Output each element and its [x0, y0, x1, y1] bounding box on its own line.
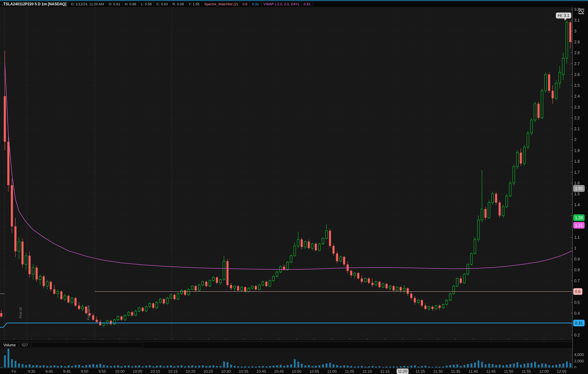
time-label-1040: 10:40 [256, 369, 266, 374]
price-tick-label: 1.8 [574, 159, 580, 164]
time-tick-mark [279, 367, 279, 368]
time-tick-mark [14, 367, 14, 368]
time-tick-mark [509, 367, 509, 368]
time-label-1150: 11:50 [504, 369, 513, 374]
volume-value: 527 [19, 343, 31, 347]
price-tick-label: 0.5 [574, 300, 580, 305]
volume-chart-canvas[interactable] [0, 348, 572, 368]
time-tick-mark [456, 367, 456, 368]
chart-header-bar: .TSLA240112P220 5 D 1m [NASDAQ] D: 1/12/… [0, 1, 588, 7]
wave-pattern-icon[interactable] [578, 9, 585, 14]
price-chart-canvas[interactable] [0, 7, 572, 340]
header-field-date: D: 1/12/24, 11:20 AM [69, 1, 106, 7]
price-tick-mark [571, 150, 572, 151]
time-tick-mark [49, 367, 50, 368]
time-tick-mark [562, 367, 562, 368]
time-tick-mark [84, 367, 85, 368]
header-field-yclose: Y: 1.55 [186, 1, 202, 7]
price-tick-mark [571, 281, 572, 281]
price-tick-label: 0.8 [574, 268, 580, 272]
first-15-marker-label: First 15 [19, 307, 22, 318]
time-label-1005: 10:05 [133, 369, 142, 374]
price-tick-mark [571, 215, 572, 216]
time-tick-mark [243, 367, 244, 368]
time-tick-mark [208, 367, 209, 368]
price-tick-mark [571, 183, 572, 183]
price-tick-label: 3 [574, 29, 577, 33]
volume-tick-label: 4,000 [574, 352, 584, 357]
time-tick-mark [526, 367, 527, 368]
time-label-1015: 10:15 [168, 369, 178, 374]
time-label-1200: 12:00 [539, 369, 549, 374]
time-tick-mark [491, 367, 491, 368]
axis-badge-alert-green: 1.28 [573, 214, 585, 221]
volume-pane[interactable] [0, 348, 572, 368]
price-tick-mark [571, 324, 572, 324]
time-label-1100: 11:00 [327, 369, 336, 374]
volume-study-header: Volume 527 [0, 342, 572, 348]
time-tick-mark [367, 367, 368, 368]
time-tick-mark [385, 367, 385, 368]
price-axis[interactable]: 3.23.132.92.82.72.62.52.42.32.22.121.91.… [572, 7, 588, 374]
high-price-bubble: Hi: 3.1 [556, 12, 571, 19]
price-tick-mark [571, 172, 572, 172]
price-pane[interactable]: First 15 First Hour [0, 7, 572, 340]
header-field-vwap-study: VWAP (-2.0, 2.0, DAY) [261, 1, 302, 7]
time-label-1010: 10:10 [150, 369, 160, 374]
time-label-1050: 10:50 [292, 369, 301, 374]
symbol-label[interactable]: .TSLA240112P220 5 D 1m [NASDAQ] [0, 1, 69, 7]
time-axis[interactable]: Fri9:359:409:459:509:5510:0010:0510:1010… [0, 368, 588, 374]
price-tick-label: 2 [574, 137, 577, 142]
time-label-1145: 11:45 [486, 369, 496, 374]
time-tick-mark [350, 367, 350, 368]
price-tick-label: 1.7 [574, 170, 580, 175]
header-field-close: C: 0.63 [154, 1, 170, 7]
price-tick-label: 2.5 [574, 83, 580, 88]
time-label-1135: 11:35 [451, 369, 460, 374]
price-tick-label: 0.9 [574, 257, 580, 261]
header-field-open: O: 0.61 [106, 1, 123, 7]
price-tick-mark [571, 96, 572, 96]
time-tick-mark [420, 367, 420, 368]
time-label-950: 9:50 [81, 369, 88, 374]
price-tick-mark [571, 118, 572, 118]
time-tick-mark [473, 367, 474, 368]
volume-study-label[interactable]: Volume [1, 343, 19, 347]
window-top-strip [0, 0, 588, 1]
price-tick-mark [571, 237, 572, 238]
time-label-1020: 10:20 [186, 369, 195, 374]
axis-badge-level-031: 0.31 [573, 320, 585, 326]
price-tick-mark [571, 85, 572, 86]
time-label-1115: 11:15 [380, 369, 389, 374]
pane-divider[interactable] [0, 341, 572, 341]
time-label-1120: 11:20 [397, 369, 409, 374]
price-tick-label: 1.9 [574, 148, 580, 153]
time-tick-mark [32, 367, 32, 368]
time-tick-mark [332, 367, 332, 368]
price-tick-label: 2.1 [574, 126, 580, 131]
price-tick-mark [571, 74, 572, 75]
price-tick-mark [571, 302, 572, 303]
price-tick-label: 1.6 [574, 181, 580, 185]
header-fields: D: 1/12/24, 11:20 AMO: 0.61H: 0.66L: 0.5… [69, 1, 313, 7]
price-tick-label: 3.1 [574, 18, 580, 22]
time-tick-mark [403, 367, 403, 368]
first-hour-marker-label: First Hour [86, 305, 90, 320]
header-field-low: L: 0.58 [139, 1, 154, 7]
price-tick-mark [571, 139, 572, 140]
price-tick-mark [571, 42, 572, 42]
time-label-1045: 10:45 [274, 369, 284, 374]
price-tick-mark [571, 9, 572, 10]
price-tick-mark [571, 53, 572, 53]
price-tick-mark [571, 270, 572, 270]
time-label-1140: 11:40 [469, 369, 478, 374]
price-tick-mark [571, 248, 572, 248]
volume-header-spacer [31, 343, 143, 347]
price-tick-mark [571, 194, 572, 194]
time-label-935: 9:35 [28, 369, 35, 374]
time-label-1155: 11:55 [522, 369, 531, 374]
price-tick-mark [571, 226, 572, 227]
time-tick-mark [173, 367, 173, 368]
axis-badge-level-06: 0.6 [573, 288, 582, 295]
time-tick-mark [190, 367, 191, 368]
